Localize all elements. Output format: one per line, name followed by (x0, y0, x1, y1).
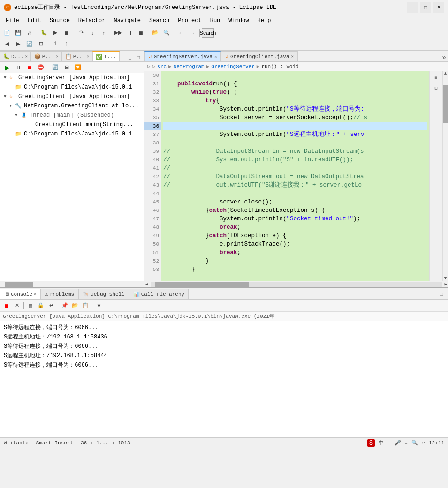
scroll-left-arrow[interactable]: ◀ (144, 282, 149, 287)
open-type[interactable]: 📂 (150, 28, 160, 38)
greeting-client-tab-close[interactable]: ✕ (291, 54, 293, 59)
tree-item-thread[interactable]: ▼ 🧵 Thread [main] (Suspended) (0, 111, 144, 120)
search-button[interactable]: Search (202, 28, 214, 38)
debug-tab-close[interactable]: ✕ (25, 54, 27, 59)
tab-greeting-server[interactable]: J GreetingServer.java ✕ (144, 51, 221, 61)
scroll-right-arrow[interactable]: ▶ (444, 282, 448, 287)
next-anno[interactable]: ⤵ (61, 39, 72, 48)
pkg1-tab-close[interactable]: ✕ (56, 54, 58, 59)
terminate-button[interactable]: ⏹ (136, 28, 146, 38)
collapse-tree-button[interactable]: ⊟ (61, 63, 72, 72)
open-resource[interactable]: 🔍 (161, 28, 172, 38)
refresh-button[interactable]: 🔄 (50, 63, 61, 72)
filter-button[interactable]: 🔽 (73, 63, 83, 72)
right-mini-btn-3[interactable]: ⋮⋮ (432, 94, 441, 103)
console-maximize-btn[interactable]: □ (437, 290, 446, 299)
debug-button[interactable]: 🐛 (39, 28, 49, 38)
print-button[interactable]: 🖨 (24, 28, 35, 38)
editor-view-menu[interactable]: » (442, 54, 448, 61)
next-edit[interactable]: → (187, 28, 197, 38)
tab-problems[interactable]: ⚠ Problems (41, 289, 78, 299)
editor-vertical-scrollbar[interactable]: ▲ ▼ (442, 71, 448, 281)
prev-anno[interactable]: ⤴ (50, 39, 61, 48)
tree-item-jdk-1[interactable]: 📁 C:\Program Files\Java\jdk-15.0.1 (0, 83, 144, 92)
close-button[interactable]: ✕ (433, 2, 444, 13)
tab-task[interactable]: ✅ T... (92, 51, 119, 61)
code-editor[interactable]: 30 31 32 33 34 35 36 37 38 39 40 41 42 4… (144, 71, 429, 281)
tab-pkg1[interactable]: 📦 P... ✕ (31, 51, 62, 61)
maximize-panel-button[interactable]: □ (135, 54, 142, 61)
tab-debug[interactable]: 🐛 D... ✕ (0, 51, 31, 61)
left-panel-scrollbar[interactable] (0, 281, 144, 287)
tab-console[interactable]: 🖥 Console ✕ (0, 289, 41, 299)
console-remove-btn[interactable]: ✕ (12, 301, 22, 310)
menu-file[interactable]: File (2, 16, 23, 25)
tree-item-greeting-server[interactable]: ▼ ☕ GreetingServer [Java Application] (0, 73, 144, 83)
minimize-button[interactable]: — (407, 2, 418, 13)
breadcrumb-src[interactable]: src (157, 64, 167, 69)
previous-edit[interactable]: ← (176, 28, 186, 38)
console-scroll-lock-btn[interactable]: 🔒 (36, 301, 46, 310)
menu-refactor[interactable]: Refactor (75, 16, 109, 25)
minimize-panel-button[interactable]: _ (126, 54, 134, 61)
console-minimize-btn[interactable]: _ (426, 290, 436, 299)
menu-run[interactable]: Run (206, 16, 224, 25)
tree-item-main-method[interactable]: ≡ GreetingClient.main(String... (0, 120, 144, 129)
maximize-button[interactable]: □ (420, 2, 431, 13)
collapse-all[interactable]: ⊟ (36, 39, 46, 48)
stop-all-button[interactable]: ⏹ (24, 63, 35, 72)
breadcrumb-greetingserver[interactable]: GreetingServer (211, 64, 254, 69)
horiz-scroll-thumb[interactable] (155, 282, 249, 287)
tab-call-hierarchy[interactable]: 📊 Call Hierarchy (129, 289, 189, 299)
console-word-wrap-btn[interactable]: ↵ (46, 301, 56, 310)
horiz-scroll-track[interactable] (151, 282, 441, 287)
console-open-btn[interactable]: 📂 (70, 301, 80, 310)
editor-horizontal-scrollbar[interactable]: ◀ ▶ (144, 281, 448, 287)
console-terminate-btn[interactable]: ⏹ (2, 301, 11, 310)
scrollbar-thumb[interactable] (443, 85, 448, 123)
console-pin-btn[interactable]: 📌 (60, 301, 69, 310)
console-tab-close[interactable]: ✕ (34, 292, 36, 297)
disconnect-button[interactable]: ⛔ (36, 63, 46, 72)
tab-pkg2[interactable]: 📋 P... ✕ (62, 51, 93, 61)
greeting-server-tab-close[interactable]: ✕ (214, 54, 217, 60)
left-scroll-thumb[interactable] (5, 282, 33, 287)
console-copy-btn[interactable]: 📋 (81, 301, 90, 310)
back-button[interactable]: ◀ (2, 39, 12, 48)
right-mini-btn-2[interactable]: ⊞ (432, 83, 441, 93)
suspend-all-button[interactable]: ⏸ (13, 63, 23, 72)
step-over[interactable]: ↷ (76, 28, 86, 38)
breadcrumb-netprogram[interactable]: NetProgram (174, 64, 205, 69)
console-clear-btn[interactable]: 🗑 (26, 301, 35, 310)
resume-all-button[interactable]: ▶ (2, 63, 12, 72)
resume-button[interactable]: ▶▶ (113, 28, 123, 38)
stop-button[interactable]: ⏹ (61, 28, 72, 38)
menu-source[interactable]: Source (46, 16, 74, 25)
scroll-up-arrow[interactable]: ▲ (443, 71, 448, 76)
save-button[interactable]: 💾 (13, 28, 23, 38)
new-button[interactable]: 📄 (2, 28, 12, 38)
suspend-button[interactable]: ⏸ (124, 28, 135, 38)
pkg2-tab-close[interactable]: ✕ (87, 54, 89, 59)
tree-item-jdk-2[interactable]: 📁 C:\Program Files\Java\jdk-15.0.1 (0, 129, 144, 139)
menu-help[interactable]: Help (254, 16, 275, 25)
right-mini-btn-1[interactable]: ≡ (432, 73, 441, 83)
sync-button[interactable]: 🔄 (24, 39, 35, 48)
step-into[interactable]: ↓ (87, 28, 98, 38)
scroll-down-arrow[interactable]: ▼ (443, 276, 448, 281)
tab-greeting-client[interactable]: J GreetingClient.java ✕ (221, 51, 297, 61)
menu-project[interactable]: Project (174, 16, 205, 25)
code-content[interactable]: public void run() { while (true) { try {… (161, 71, 429, 281)
menu-window[interactable]: Window (225, 16, 252, 25)
menu-search[interactable]: Search (145, 16, 173, 25)
separator-3 (111, 29, 111, 37)
menu-navigate[interactable]: Navigate (110, 16, 144, 25)
tree-item-greeting-client[interactable]: ▼ ☕ GreetingClient [Java Application] (0, 92, 144, 101)
tree-item-net-program[interactable]: ▼ 🔧 NetProgram.GreetingClient at lo... (0, 101, 144, 111)
forward-button[interactable]: ▶ (13, 39, 23, 48)
run-button[interactable]: ▶ (50, 28, 61, 38)
console-menu-btn[interactable]: ▼ (94, 301, 104, 310)
step-return[interactable]: ↑ (99, 28, 109, 38)
tab-debug-shell[interactable]: 🐚 Debug Shell (78, 289, 129, 299)
menu-edit[interactable]: Edit (24, 16, 45, 25)
